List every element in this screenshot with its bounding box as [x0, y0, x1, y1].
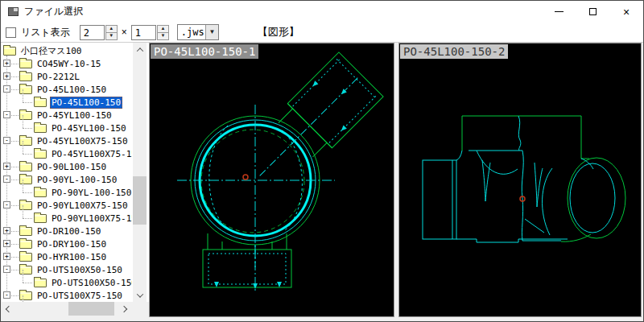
- collapse-icon[interactable]: -: [3, 85, 10, 93]
- list-view-label: リスト表示: [21, 26, 70, 39]
- center-marker: [243, 175, 248, 180]
- tree-item[interactable]: -PO-45L100-150: [2, 83, 132, 96]
- preview-title-1: PO-45L100-150-1: [151, 44, 258, 59]
- tree-item[interactable]: +PO-90L100-150: [2, 160, 132, 173]
- columns-spinner: ▲ ▼: [105, 25, 118, 40]
- horizontal-scroll-thumb[interactable]: [68, 302, 114, 316]
- expand-icon[interactable]: +: [3, 240, 10, 247]
- collapse-icon[interactable]: -: [3, 266, 10, 273]
- tree-item-label[interactable]: PO-2212L: [35, 71, 81, 83]
- vertical-scroll-thumb[interactable]: [133, 176, 147, 225]
- tree-item[interactable]: -PO-UTS100X50-150: [2, 263, 132, 276]
- preview-area: PO-45L100-150-1: [149, 43, 642, 317]
- tree-item-label[interactable]: PO-DR100-150: [35, 225, 102, 237]
- tree-item[interactable]: PO-45YL100X75-150: [2, 147, 132, 160]
- format-value: .jws: [178, 27, 205, 38]
- tree-item-label[interactable]: PO-UTS100X50-150: [50, 277, 132, 289]
- tree-item[interactable]: PO-90YL-100-150: [2, 186, 132, 199]
- collapse-icon[interactable]: -: [3, 175, 10, 183]
- tree-item-label[interactable]: PO-90YL100X75-150: [50, 213, 132, 225]
- tree-item-label[interactable]: PO-HYR100-150: [35, 251, 108, 263]
- toolbar: リスト表示 2 ▲ ▼ × 1 ▲ ▼ .jws ▼ 【図形】: [1, 23, 643, 43]
- preview-panel-2[interactable]: PO-45L100-150-2: [398, 43, 642, 317]
- expand-icon[interactable]: +: [3, 60, 10, 67]
- preview-title-2: PO-45L100-150-2: [400, 44, 508, 59]
- close-button[interactable]: ×: [609, 1, 643, 23]
- tree-item-label[interactable]: PO-45L100-150: [35, 84, 108, 96]
- expand-icon[interactable]: +: [3, 72, 10, 80]
- preview-panel-1[interactable]: PO-45L100-150-1: [149, 43, 394, 317]
- tree-item-label[interactable]: PO-90YL-100-150: [50, 187, 132, 199]
- minimize-button[interactable]: [542, 1, 576, 23]
- tree-item[interactable]: +PO-HYR100-150: [2, 250, 132, 263]
- tree-item-label[interactable]: PO-90YL-100-150: [35, 174, 118, 186]
- chevron-left-icon: [5, 305, 11, 312]
- tree-item-label[interactable]: PO-45YL100X75-150: [50, 148, 132, 160]
- tree-vertical-scrollbar[interactable]: [133, 43, 147, 302]
- collapse-icon[interactable]: -: [3, 201, 10, 208]
- tree-item[interactable]: PO-45YL100-150: [2, 122, 132, 134]
- columns-spin-up[interactable]: ▲: [105, 25, 118, 33]
- folder-icon: [34, 124, 47, 133]
- expand-icon[interactable]: +: [3, 253, 10, 260]
- tree-item[interactable]: -PO-UTS100X75-150: [2, 289, 132, 302]
- multiply-label: ×: [122, 27, 127, 38]
- scroll-left-button[interactable]: [2, 302, 15, 316]
- maximize-button[interactable]: [576, 1, 609, 23]
- tree-item[interactable]: -PO-45YL100-150: [2, 109, 132, 122]
- tree-panel: 小口径マス100+CO45WY-10-15+PO-2212L-PO-45L100…: [2, 43, 149, 302]
- tree-item-label[interactable]: PO-UTS100X75-150: [35, 290, 124, 302]
- tree-item[interactable]: 小口径マス100: [2, 44, 132, 57]
- file-select-dialog: ファイル選択 × リスト表示 2 ▲ ▼ × 1 ▲ ▼: [0, 0, 644, 322]
- scroll-right-button[interactable]: [117, 302, 130, 316]
- expand-icon[interactable]: +: [3, 163, 10, 170]
- close-icon: ×: [623, 6, 630, 18]
- tree-item[interactable]: PO-UTS100X50-150: [2, 276, 132, 289]
- tree-item[interactable]: PO-45L100-150: [2, 96, 132, 109]
- scroll-down-button[interactable]: [133, 288, 147, 302]
- tree-item[interactable]: PO-90YL100X75-150: [2, 212, 132, 225]
- app-icon: [8, 7, 19, 16]
- tree-item[interactable]: +CO45WY-10-15: [2, 57, 132, 70]
- tree-item-label[interactable]: PO-45YL100-150: [35, 109, 114, 122]
- chevron-down-icon[interactable]: ▼: [205, 25, 218, 39]
- tree-item-label[interactable]: PO-DRY100-150: [35, 238, 108, 250]
- chevron-down-icon: [136, 291, 142, 297]
- collapse-icon[interactable]: -: [3, 137, 10, 144]
- open-folder-icon: [34, 98, 47, 107]
- format-select[interactable]: .jws ▼: [177, 24, 219, 40]
- tree-item-label[interactable]: CO45WY-10-15: [35, 58, 102, 70]
- tree-item-label[interactable]: PO-90YL100X75-150: [35, 200, 130, 212]
- folder-icon: [19, 227, 32, 236]
- tree-item-label[interactable]: PO-45L100-150: [50, 97, 122, 109]
- tree-item-label[interactable]: PO-90L100-150: [35, 161, 108, 173]
- folder-icon: [19, 72, 32, 81]
- folder-icon: [19, 266, 32, 275]
- tree-item[interactable]: +PO-DRY100-150: [2, 237, 132, 250]
- tree-item[interactable]: -PO-90YL100X75-150: [2, 199, 132, 212]
- scroll-up-button[interactable]: [133, 43, 147, 56]
- tree-item-label[interactable]: 小口径マス100: [19, 44, 83, 58]
- expand-icon[interactable]: +: [3, 227, 10, 234]
- rows-input[interactable]: 1: [131, 25, 156, 40]
- rows-spin-up[interactable]: ▲: [157, 25, 169, 33]
- tree-item-label[interactable]: PO-UTS100X50-150: [35, 264, 124, 276]
- list-view-checkbox[interactable]: [6, 27, 16, 38]
- rows-spinner: ▲ ▼: [157, 25, 169, 40]
- folder-icon: [19, 111, 32, 120]
- tree-item[interactable]: +PO-2212L: [2, 70, 132, 83]
- columns-spin-down[interactable]: ▼: [105, 33, 118, 40]
- window-title: ファイル選択: [24, 5, 83, 19]
- collapse-icon[interactable]: -: [3, 111, 10, 118]
- tree-item-label[interactable]: PO-45YL100X75-150: [35, 135, 130, 147]
- collapse-icon[interactable]: -: [3, 291, 10, 299]
- tree-item[interactable]: -PO-90YL-100-150: [2, 173, 132, 186]
- tree-item-label[interactable]: PO-45YL100-150: [50, 122, 128, 134]
- tree-item[interactable]: +PO-DR100-150: [2, 225, 132, 237]
- chevron-up-icon: [136, 47, 142, 54]
- rows-spin-down[interactable]: ▼: [157, 33, 169, 40]
- tree-horizontal-scrollbar[interactable]: [2, 302, 130, 316]
- columns-input[interactable]: 2: [80, 25, 105, 40]
- tree-item[interactable]: -PO-45YL100X75-150: [2, 134, 132, 147]
- folder-icon: [19, 201, 32, 210]
